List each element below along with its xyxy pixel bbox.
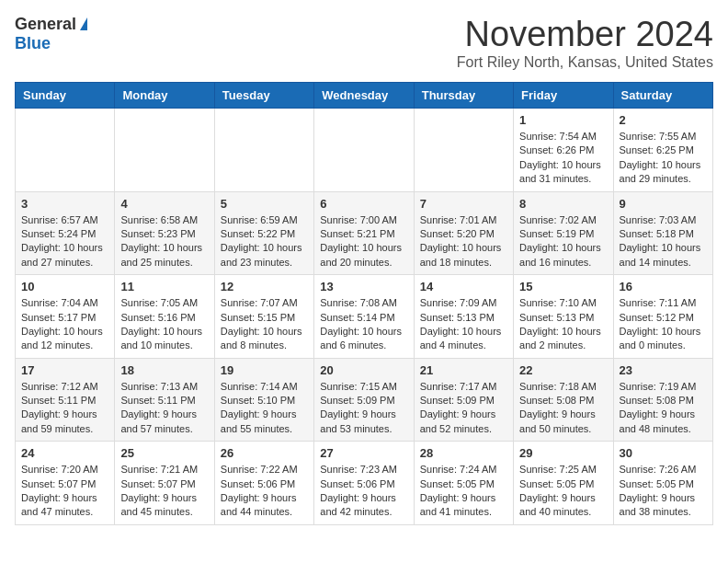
day-number: 20	[320, 363, 407, 377]
day-info: Sunrise: 7:21 AM Sunset: 5:07 PM Dayligh…	[120, 463, 208, 520]
day-number: 27	[320, 446, 407, 460]
day-info: Sunrise: 7:08 AM Sunset: 5:14 PM Dayligh…	[320, 296, 407, 353]
calendar-cell: 9Sunrise: 7:03 AM Sunset: 5:18 PM Daylig…	[613, 191, 712, 275]
day-info: Sunrise: 7:20 AM Sunset: 5:07 PM Dayligh…	[21, 463, 108, 520]
calendar-cell: 30Sunrise: 7:26 AM Sunset: 5:05 PM Dayli…	[613, 442, 712, 525]
calendar-header-row: SundayMondayTuesdayWednesdayThursdayFrid…	[16, 83, 713, 109]
calendar-table: SundayMondayTuesdayWednesdayThursdayFrid…	[15, 82, 713, 525]
calendar-cell: 26Sunrise: 7:22 AM Sunset: 5:06 PM Dayli…	[214, 442, 313, 525]
calendar-cell: 11Sunrise: 7:05 AM Sunset: 5:16 PM Dayli…	[115, 275, 214, 359]
logo: General Blue	[15, 15, 87, 53]
calendar-cell: 23Sunrise: 7:19 AM Sunset: 5:08 PM Dayli…	[613, 358, 712, 442]
day-info: Sunrise: 7:01 AM Sunset: 5:20 PM Dayligh…	[420, 213, 507, 270]
page-header: General Blue November 2024 Fort Riley No…	[15, 15, 713, 71]
calendar-cell	[214, 109, 313, 192]
calendar-cell: 15Sunrise: 7:10 AM Sunset: 5:13 PM Dayli…	[514, 275, 613, 359]
day-number: 17	[21, 363, 108, 377]
location-subtitle: Fort Riley North, Kansas, United States	[457, 54, 713, 71]
calendar-week-row: 3Sunrise: 6:57 AM Sunset: 5:24 PM Daylig…	[16, 191, 713, 275]
calendar-cell: 28Sunrise: 7:24 AM Sunset: 5:05 PM Dayli…	[414, 442, 513, 525]
calendar-cell	[314, 109, 414, 192]
calendar-cell: 8Sunrise: 7:02 AM Sunset: 5:19 PM Daylig…	[514, 191, 613, 275]
calendar-cell: 12Sunrise: 7:07 AM Sunset: 5:15 PM Dayli…	[214, 275, 313, 359]
day-info: Sunrise: 7:07 AM Sunset: 5:15 PM Dayligh…	[221, 296, 308, 353]
weekday-header: Saturday	[613, 83, 712, 109]
day-number: 18	[120, 363, 208, 377]
day-number: 19	[221, 363, 308, 377]
day-number: 24	[21, 446, 108, 460]
day-info: Sunrise: 7:26 AM Sunset: 5:05 PM Dayligh…	[620, 463, 707, 520]
calendar-cell: 1Sunrise: 7:54 AM Sunset: 6:26 PM Daylig…	[514, 109, 613, 192]
weekday-header: Thursday	[414, 83, 513, 109]
day-info: Sunrise: 7:04 AM Sunset: 5:17 PM Dayligh…	[21, 296, 108, 353]
day-number: 12	[221, 280, 308, 293]
day-info: Sunrise: 7:12 AM Sunset: 5:11 PM Dayligh…	[21, 380, 108, 437]
day-number: 30	[620, 446, 707, 460]
day-info: Sunrise: 7:18 AM Sunset: 5:08 PM Dayligh…	[519, 380, 607, 437]
calendar-week-row: 24Sunrise: 7:20 AM Sunset: 5:07 PM Dayli…	[16, 442, 713, 525]
day-info: Sunrise: 7:09 AM Sunset: 5:13 PM Dayligh…	[420, 296, 507, 353]
calendar-cell: 3Sunrise: 6:57 AM Sunset: 5:24 PM Daylig…	[16, 191, 115, 275]
day-info: Sunrise: 7:22 AM Sunset: 5:06 PM Dayligh…	[221, 463, 308, 520]
month-title: November 2024	[457, 15, 713, 54]
day-info: Sunrise: 7:25 AM Sunset: 5:05 PM Dayligh…	[519, 463, 607, 520]
day-info: Sunrise: 7:54 AM Sunset: 6:26 PM Dayligh…	[519, 130, 607, 187]
day-info: Sunrise: 7:03 AM Sunset: 5:18 PM Dayligh…	[620, 213, 707, 270]
day-number: 16	[620, 280, 707, 293]
calendar-cell	[16, 109, 115, 192]
day-info: Sunrise: 7:55 AM Sunset: 6:25 PM Dayligh…	[620, 130, 707, 187]
day-number: 14	[420, 280, 507, 293]
calendar-cell: 16Sunrise: 7:11 AM Sunset: 5:12 PM Dayli…	[613, 275, 712, 359]
day-number: 3	[21, 197, 108, 211]
day-info: Sunrise: 6:58 AM Sunset: 5:23 PM Dayligh…	[120, 213, 208, 270]
calendar-week-row: 1Sunrise: 7:54 AM Sunset: 6:26 PM Daylig…	[16, 109, 713, 192]
day-number: 25	[120, 446, 208, 460]
calendar-cell: 20Sunrise: 7:15 AM Sunset: 5:09 PM Dayli…	[314, 358, 414, 442]
title-section: November 2024 Fort Riley North, Kansas, …	[457, 15, 713, 71]
calendar-cell: 7Sunrise: 7:01 AM Sunset: 5:20 PM Daylig…	[414, 191, 513, 275]
day-info: Sunrise: 7:17 AM Sunset: 5:09 PM Dayligh…	[420, 380, 507, 437]
calendar-cell: 18Sunrise: 7:13 AM Sunset: 5:11 PM Dayli…	[115, 358, 214, 442]
calendar-cell: 4Sunrise: 6:58 AM Sunset: 5:23 PM Daylig…	[115, 191, 214, 275]
calendar-week-row: 17Sunrise: 7:12 AM Sunset: 5:11 PM Dayli…	[16, 358, 713, 442]
day-info: Sunrise: 7:05 AM Sunset: 5:16 PM Dayligh…	[120, 296, 208, 353]
calendar-cell: 21Sunrise: 7:17 AM Sunset: 5:09 PM Dayli…	[414, 358, 513, 442]
calendar-cell	[414, 109, 513, 192]
day-number: 10	[21, 280, 108, 293]
calendar-cell: 14Sunrise: 7:09 AM Sunset: 5:13 PM Dayli…	[414, 275, 513, 359]
weekday-header: Wednesday	[314, 83, 414, 109]
logo-blue-text: Blue	[15, 34, 51, 53]
day-info: Sunrise: 7:13 AM Sunset: 5:11 PM Dayligh…	[120, 380, 208, 437]
calendar-cell: 19Sunrise: 7:14 AM Sunset: 5:10 PM Dayli…	[214, 358, 313, 442]
day-number: 7	[420, 197, 507, 211]
weekday-header: Sunday	[16, 83, 115, 109]
calendar-cell: 6Sunrise: 7:00 AM Sunset: 5:21 PM Daylig…	[314, 191, 414, 275]
day-info: Sunrise: 7:24 AM Sunset: 5:05 PM Dayligh…	[420, 463, 507, 520]
calendar-cell: 5Sunrise: 6:59 AM Sunset: 5:22 PM Daylig…	[214, 191, 313, 275]
day-info: Sunrise: 7:00 AM Sunset: 5:21 PM Dayligh…	[320, 213, 407, 270]
day-number: 9	[620, 197, 707, 211]
day-number: 28	[420, 446, 507, 460]
calendar-cell: 25Sunrise: 7:21 AM Sunset: 5:07 PM Dayli…	[115, 442, 214, 525]
day-number: 26	[221, 446, 308, 460]
day-info: Sunrise: 7:23 AM Sunset: 5:06 PM Dayligh…	[320, 463, 407, 520]
calendar-cell: 29Sunrise: 7:25 AM Sunset: 5:05 PM Dayli…	[514, 442, 613, 525]
day-number: 29	[519, 446, 607, 460]
day-number: 6	[320, 197, 407, 211]
day-number: 2	[620, 113, 707, 127]
day-info: Sunrise: 7:19 AM Sunset: 5:08 PM Dayligh…	[620, 380, 707, 437]
calendar-cell: 17Sunrise: 7:12 AM Sunset: 5:11 PM Dayli…	[16, 358, 115, 442]
day-number: 8	[519, 197, 607, 211]
day-number: 1	[519, 113, 607, 127]
calendar-cell: 27Sunrise: 7:23 AM Sunset: 5:06 PM Dayli…	[314, 442, 414, 525]
day-number: 5	[221, 197, 308, 211]
logo-triangle-icon	[80, 17, 87, 30]
calendar-cell: 24Sunrise: 7:20 AM Sunset: 5:07 PM Dayli…	[16, 442, 115, 525]
day-number: 4	[120, 197, 208, 211]
day-info: Sunrise: 7:02 AM Sunset: 5:19 PM Dayligh…	[519, 213, 607, 270]
day-number: 11	[120, 280, 208, 293]
calendar-cell: 13Sunrise: 7:08 AM Sunset: 5:14 PM Dayli…	[314, 275, 414, 359]
day-number: 21	[420, 363, 507, 377]
day-number: 22	[519, 363, 607, 377]
weekday-header: Monday	[115, 83, 214, 109]
